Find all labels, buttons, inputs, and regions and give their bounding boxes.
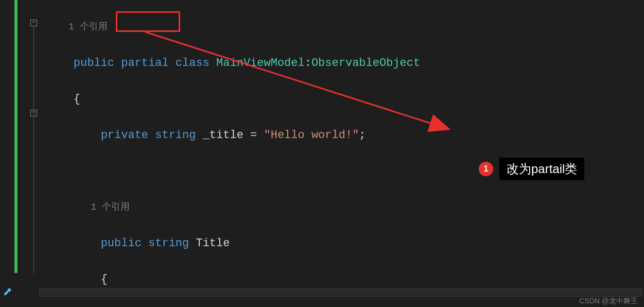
keyword: private [101, 129, 148, 142]
change-marker [14, 0, 18, 273]
annotation-callout: 1 改为partail类 [479, 158, 584, 180]
keyword: public [74, 57, 114, 70]
watermark: CSDN @龙中舞王 [579, 297, 638, 306]
property: Title [196, 237, 230, 250]
field: _title [203, 129, 243, 142]
punct: ; [359, 129, 365, 142]
codelens[interactable]: 1 个引用 [68, 22, 108, 32]
keyword: string [148, 237, 189, 250]
codelens[interactable]: 1 个引用 [91, 202, 130, 212]
class-name: MainViewModel [216, 57, 305, 70]
punct: : [305, 57, 311, 70]
code-text[interactable]: 1 个引用 public partial class MainViewModel… [21, 0, 644, 307]
callout-badge: 1 [479, 162, 493, 176]
callout-text: 改为partail类 [499, 158, 584, 180]
keyword: class [176, 57, 210, 70]
keyword-partial: partial [121, 57, 168, 70]
lightbulb-icon[interactable] [2, 283, 14, 296]
op: = [250, 129, 257, 142]
brace: { [74, 93, 80, 106]
keyword: string [155, 129, 196, 142]
code-editor[interactable]: 1 个引用 public partial class MainViewModel… [0, 0, 644, 307]
brace: { [101, 273, 108, 286]
keyword: public [101, 237, 142, 250]
base-class: ObservableObject [311, 57, 420, 70]
gutter [0, 0, 21, 307]
horizontal-scrollbar[interactable] [39, 288, 642, 297]
string: "Hello world!" [264, 129, 359, 142]
